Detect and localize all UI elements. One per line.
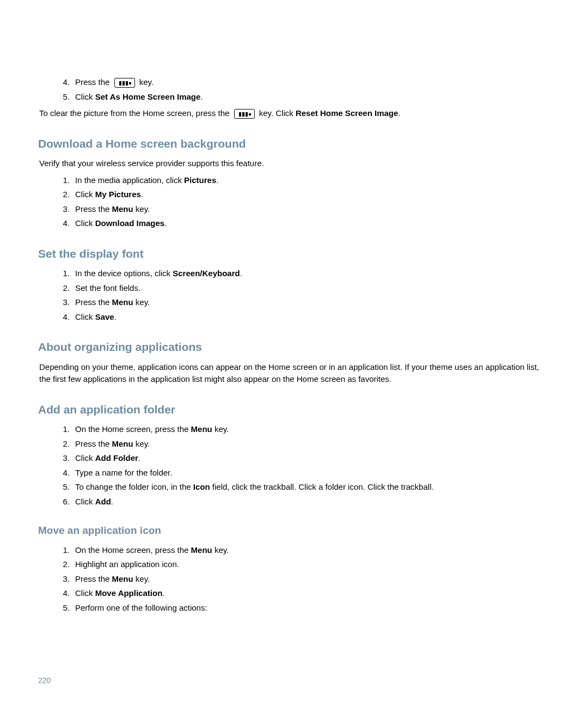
- list-number: 1.: [54, 544, 70, 557]
- text: On the Home screen, press the: [75, 424, 191, 434]
- bold-text: Save: [95, 312, 114, 321]
- top-continued-list: 4. Press the key. 5. Click Set As Home S…: [38, 76, 550, 103]
- list-item: 2.Highlight an application icon.: [64, 558, 550, 571]
- list-item: 2.Set the font fields.: [64, 282, 550, 295]
- list-item: 3.Click Add Folder.: [64, 452, 550, 465]
- section-intro: Verify that your wireless service provid…: [38, 157, 550, 170]
- text: .: [114, 312, 117, 321]
- bold-text: Menu: [191, 545, 212, 555]
- list-number: 5.: [54, 91, 70, 104]
- list-item: 3.Press the Menu key.: [64, 203, 550, 216]
- list-item: 4.Click Save.: [64, 311, 550, 324]
- section-display-font: Set the display font 1.In the device opt…: [38, 245, 550, 324]
- list-number: 5.: [54, 602, 70, 614]
- text: Click: [75, 453, 95, 462]
- blackberry-key-icon: [114, 78, 135, 88]
- text: Press the: [75, 297, 112, 307]
- section-download-background: Download a Home screen background Verify…: [38, 135, 550, 230]
- list-number: 4.: [54, 311, 70, 324]
- list-number: 4.: [54, 467, 70, 479]
- text: Set the font fields.: [75, 283, 140, 293]
- section-body: Depending on your theme, application ico…: [38, 361, 550, 386]
- text: .: [398, 108, 400, 118]
- folder-steps-list: 1.On the Home screen, press the Menu key…: [38, 423, 550, 508]
- bold-text: Download Images: [95, 218, 165, 228]
- bold-text: Pictures: [184, 175, 216, 185]
- download-steps-list: 1.In the media application, click Pictur…: [38, 174, 550, 230]
- bold-text: Menu: [112, 204, 133, 214]
- list-item: 3.Press the Menu key.: [64, 573, 550, 586]
- text: .: [200, 92, 203, 101]
- text: .: [141, 190, 143, 199]
- text: key. Click: [259, 108, 296, 118]
- list-item: 1.In the media application, click Pictur…: [64, 174, 550, 187]
- list-item: 5.To change the folder icon, in the Icon…: [64, 481, 550, 494]
- move-steps-list: 1.On the Home screen, press the Menu key…: [38, 544, 550, 614]
- text: .: [111, 497, 113, 506]
- text: In the media application, click: [75, 175, 184, 185]
- list-item: 4. Press the key.: [64, 76, 550, 89]
- section-heading: About organizing applications: [38, 338, 550, 356]
- text: key.: [133, 204, 150, 214]
- list-number: 3.: [54, 452, 70, 465]
- font-steps-list: 1.In the device options, click Screen/Ke…: [38, 267, 550, 323]
- text: key.: [139, 77, 154, 87]
- text: Click: [75, 190, 95, 199]
- text: .: [164, 218, 167, 228]
- text: On the Home screen, press the: [75, 545, 191, 555]
- bold-text: Set As Home Screen Image: [95, 92, 201, 101]
- section-heading: Move an application icon: [38, 523, 550, 539]
- text: Click: [75, 218, 95, 228]
- list-number: 6.: [54, 496, 70, 508]
- text: key.: [133, 574, 150, 583]
- list-item: 6.Click Add.: [64, 496, 550, 508]
- list-item: 3.Press the Menu key.: [64, 296, 550, 309]
- clear-picture-paragraph: To clear the picture from the Home scree…: [38, 107, 550, 120]
- list-number: 3.: [54, 203, 70, 216]
- section-organizing-apps: About organizing applications Depending …: [38, 338, 550, 386]
- page-number: 220: [38, 675, 51, 686]
- bold-text: Icon: [193, 482, 210, 491]
- list-item: 1.On the Home screen, press the Menu key…: [64, 544, 550, 557]
- list-number: 2.: [54, 558, 70, 571]
- list-item: 1.On the Home screen, press the Menu key…: [64, 423, 550, 436]
- text: key.: [212, 545, 229, 555]
- list-number: 1.: [54, 174, 70, 187]
- list-item: 4.Click Download Images.: [64, 217, 550, 230]
- text: field, click the trackball. Click a fold…: [210, 482, 434, 491]
- bold-text: Screen/Keyboard: [173, 269, 240, 278]
- list-number: 1.: [54, 267, 70, 280]
- list-number: 4.: [54, 76, 70, 89]
- section-heading: Set the display font: [38, 245, 550, 263]
- list-number: 3.: [54, 573, 70, 586]
- list-item: 4.Type a name for the folder.: [64, 467, 550, 479]
- section-heading: Add an application folder: [38, 401, 550, 418]
- bold-text: Reset Home Screen Image: [296, 108, 398, 118]
- list-item: 1.In the device options, click Screen/Ke…: [64, 267, 550, 280]
- list-item: 4.Click Move Application.: [64, 587, 550, 600]
- list-item: 2.Press the Menu key.: [64, 438, 550, 451]
- bold-text: My Pictures: [95, 190, 141, 199]
- list-number: 4.: [54, 587, 70, 600]
- list-number: 2.: [54, 282, 70, 295]
- bold-text: Menu: [112, 439, 133, 448]
- text: Click: [75, 588, 95, 598]
- text: Press the: [75, 77, 112, 87]
- list-number: 2.: [54, 438, 70, 451]
- text: Press the: [75, 204, 112, 214]
- text: Click: [75, 497, 95, 506]
- text: .: [216, 175, 218, 185]
- text: To change the folder icon, in the: [75, 482, 193, 491]
- text: In the device options, click: [75, 269, 173, 278]
- text: Press the: [75, 439, 112, 448]
- bold-text: Menu: [112, 574, 133, 583]
- bold-text: Menu: [112, 297, 133, 307]
- text: key.: [133, 439, 150, 448]
- bold-text: Menu: [191, 424, 212, 434]
- bold-text: Add: [95, 497, 111, 506]
- text: key.: [133, 297, 150, 307]
- section-move-icon: Move an application icon 1.On the Home s…: [38, 523, 550, 614]
- list-item: 5. Click Set As Home Screen Image.: [64, 91, 550, 104]
- text: Press the: [75, 574, 112, 583]
- text: Type a name for the folder.: [75, 468, 172, 477]
